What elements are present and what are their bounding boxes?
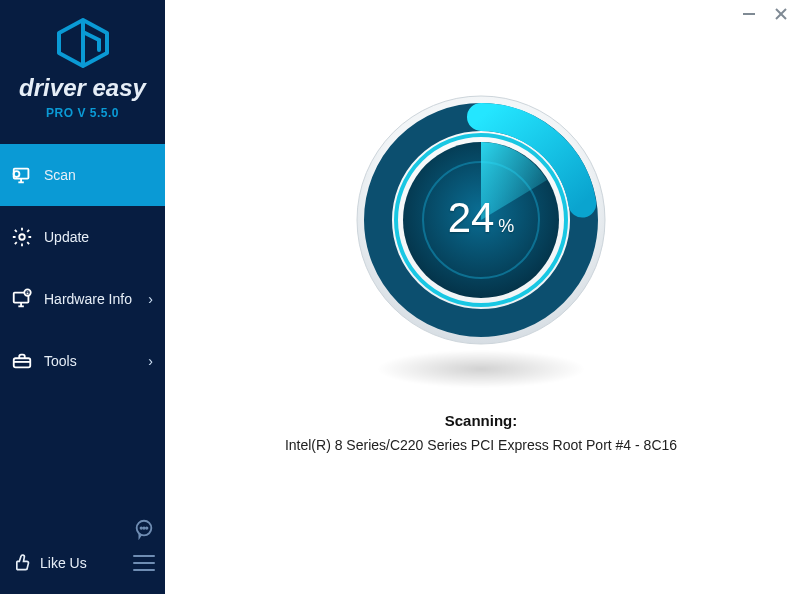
hamburger-menu-icon[interactable] (133, 552, 155, 574)
minimize-button[interactable] (739, 4, 759, 24)
progress-gauge: 24 % (351, 90, 611, 350)
sidebar-item-label: Hardware Info (44, 291, 148, 307)
sidebar-item-tools[interactable]: Tools › (0, 330, 165, 392)
brand-block: driver easy PRO V 5.5.0 (0, 0, 165, 130)
sidebar-footer: Like Us (0, 504, 165, 594)
svg-point-6 (19, 234, 25, 240)
chat-bubble-icon[interactable] (133, 518, 155, 540)
sidebar: driver easy PRO V 5.5.0 Scan (0, 0, 165, 594)
sidebar-item-hardware[interactable]: Hardware Info › (0, 268, 165, 330)
sidebar-item-scan[interactable]: Scan (0, 144, 165, 206)
chevron-right-icon: › (148, 291, 153, 307)
sidebar-item-label: Scan (44, 167, 153, 183)
app-logo-icon (55, 18, 111, 72)
close-button[interactable] (771, 4, 791, 24)
percent-symbol: % (498, 216, 514, 237)
thumbs-up-icon[interactable] (10, 552, 32, 574)
status-title: Scanning: (285, 412, 677, 429)
status-detail: Intel(R) 8 Series/C220 Series PCI Expres… (285, 437, 677, 453)
sidebar-item-label: Tools (44, 353, 148, 369)
monitor-search-icon (10, 163, 34, 187)
sidebar-item-update[interactable]: Update (0, 206, 165, 268)
svg-point-17 (146, 527, 147, 528)
monitor-info-icon (10, 287, 34, 311)
svg-point-10 (24, 289, 30, 295)
svg-point-16 (143, 527, 144, 528)
gear-icon (10, 225, 34, 249)
like-row: Like Us (10, 546, 155, 580)
app-name: driver easy (0, 74, 165, 102)
main-pane: 24 % Scanning: Intel(R) 8 Series/C220 Se… (165, 0, 797, 594)
progress-value: 24 (448, 194, 495, 242)
svg-line-5 (13, 176, 14, 177)
gauge-shadow (376, 350, 586, 388)
window-controls (739, 4, 791, 24)
nav: Scan Update (0, 144, 165, 504)
toolbox-icon (10, 349, 34, 373)
like-label[interactable]: Like Us (40, 555, 87, 571)
app-version: PRO V 5.5.0 (0, 106, 165, 120)
sidebar-item-label: Update (44, 229, 153, 245)
svg-point-15 (141, 527, 142, 528)
scan-status: Scanning: Intel(R) 8 Series/C220 Series … (285, 412, 677, 453)
scan-area: 24 % Scanning: Intel(R) 8 Series/C220 Se… (165, 90, 797, 453)
feedback-row (10, 512, 155, 546)
chevron-right-icon: › (148, 353, 153, 369)
progress-percent: 24 % (448, 194, 515, 242)
